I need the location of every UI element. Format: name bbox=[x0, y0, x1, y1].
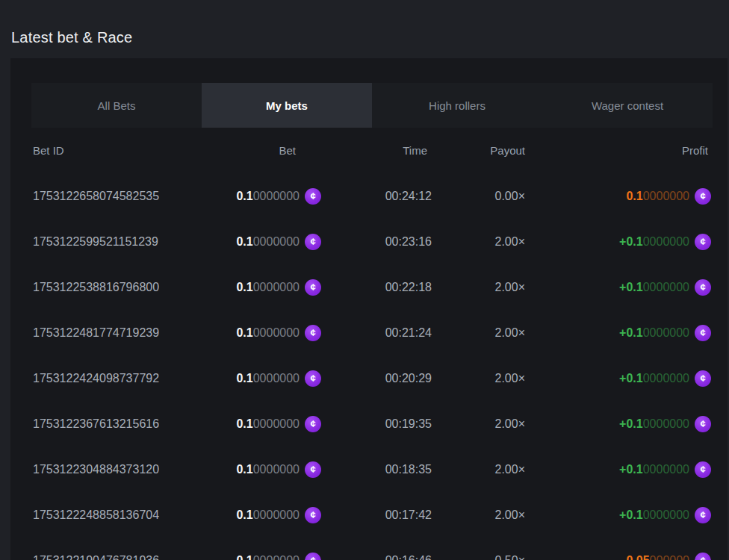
bet-amount-main: 0.1 bbox=[236, 281, 252, 294]
bet-id: 1753122599521151239 bbox=[31, 235, 223, 249]
bet-profit-main: +0.1 bbox=[619, 372, 643, 385]
bet-payout: 2.00× bbox=[439, 372, 533, 385]
bet-time: 00:18:35 bbox=[321, 463, 439, 476]
bet-profit-main: +0.1 bbox=[619, 281, 643, 294]
bet-payout: 2.00× bbox=[439, 281, 533, 294]
bet-profit: +0.10000000 ¢ bbox=[533, 325, 713, 341]
bet-profit-zeros: 0000000 bbox=[643, 372, 689, 385]
table-body: 1753122658074582535 0.10000000 ¢ 00:24:1… bbox=[31, 173, 713, 560]
coin-icon: ¢ bbox=[695, 279, 711, 296]
tab-all-bets[interactable]: All Bets bbox=[31, 83, 202, 128]
bet-payout: 0.00× bbox=[439, 190, 533, 203]
bet-profit-zeros: 0000000 bbox=[643, 190, 689, 203]
bet-time: 00:19:35 bbox=[321, 417, 439, 431]
bet-profit: 0.10000000 ¢ bbox=[533, 188, 713, 205]
coin-icon: ¢ bbox=[305, 279, 321, 296]
tab-high-rollers[interactable]: High rollers bbox=[372, 83, 542, 128]
coin-icon: ¢ bbox=[305, 553, 321, 560]
bet-amount-main: 0.1 bbox=[236, 235, 252, 249]
coin-icon: ¢ bbox=[695, 188, 711, 205]
coin-icon: ¢ bbox=[305, 370, 321, 387]
table-row: 1753122481774719239 0.10000000 ¢ 00:21:2… bbox=[31, 310, 713, 355]
coin-icon: ¢ bbox=[695, 325, 711, 341]
bet-amount: 0.10000000 ¢ bbox=[223, 553, 321, 560]
table-row: 1753122304884373120 0.10000000 ¢ 00:18:3… bbox=[31, 447, 713, 492]
bet-id: 1753122538816796800 bbox=[31, 281, 223, 294]
bet-payout: 2.00× bbox=[439, 326, 533, 340]
bet-payout: 2.00× bbox=[439, 463, 533, 476]
bet-profit: +0.10000000 ¢ bbox=[533, 416, 713, 432]
table-row: 1753122367613215616 0.10000000 ¢ 00:19:3… bbox=[31, 401, 713, 447]
bet-profit-zeros: 0000000 bbox=[643, 463, 689, 476]
bet-amount: 0.10000000 ¢ bbox=[223, 370, 321, 387]
page-title: Latest bet & Race bbox=[11, 29, 132, 46]
column-header-bet-id: Bet ID bbox=[31, 144, 223, 157]
bet-amount-zeros: 0000000 bbox=[253, 417, 300, 431]
bet-time: 00:22:18 bbox=[321, 281, 439, 294]
bet-id: 1753122304884373120 bbox=[31, 463, 223, 476]
bet-amount: 0.10000000 ¢ bbox=[223, 325, 321, 341]
coin-icon: ¢ bbox=[695, 416, 711, 432]
bet-payout: 0.50× bbox=[439, 554, 533, 560]
coin-icon: ¢ bbox=[305, 461, 321, 478]
bet-amount-zeros: 0000000 bbox=[253, 372, 300, 385]
bets-tabbar: All Bets My bets High rollers Wager cont… bbox=[31, 83, 713, 128]
bet-profit-main: 0.1 bbox=[626, 190, 642, 203]
bets-panel: All Bets My bets High rollers Wager cont… bbox=[10, 58, 728, 560]
bet-amount-main: 0.1 bbox=[236, 463, 252, 476]
bet-payout: 2.00× bbox=[439, 417, 533, 431]
bet-profit: +0.10000000 ¢ bbox=[533, 507, 713, 523]
bet-id: 1753122424098737792 bbox=[31, 372, 223, 385]
coin-icon: ¢ bbox=[305, 188, 321, 205]
table-row: 1753122599521151239 0.10000000 ¢ 00:23:1… bbox=[31, 219, 713, 264]
table-row: 1753122658074582535 0.10000000 ¢ 00:24:1… bbox=[31, 173, 713, 219]
bet-amount-zeros: 0000000 bbox=[253, 463, 300, 476]
table-row: 1753122190476781936 0.10000000 ¢ 00:16:4… bbox=[31, 538, 713, 560]
bet-time: 00:17:42 bbox=[321, 508, 439, 522]
bet-id: 1753122190476781936 bbox=[31, 554, 223, 560]
bet-time: 00:21:24 bbox=[321, 326, 439, 340]
column-header-payout: Payout bbox=[439, 144, 533, 157]
bet-amount-zeros: 0000000 bbox=[253, 554, 300, 560]
column-header-bet: Bet bbox=[223, 144, 321, 157]
bet-time: 00:16:46 bbox=[321, 554, 439, 560]
bet-time: 00:20:29 bbox=[321, 372, 439, 385]
page-header: Latest bet & Race bbox=[0, 0, 729, 58]
bet-profit-zeros: 0000000 bbox=[643, 508, 689, 522]
bet-profit-main: +0.1 bbox=[619, 463, 643, 476]
bet-profit-main: +0.1 bbox=[619, 235, 643, 249]
bet-amount-main: 0.1 bbox=[236, 508, 252, 522]
coin-icon: ¢ bbox=[695, 234, 711, 250]
bet-amount-main: 0.1 bbox=[236, 554, 252, 560]
bet-time: 00:23:16 bbox=[321, 235, 439, 249]
bet-id: 1753122481774719239 bbox=[31, 326, 223, 340]
bet-amount-main: 0.1 bbox=[236, 190, 252, 203]
table-header: Bet ID Bet Time Payout Profit bbox=[31, 128, 713, 173]
table-row: 1753122248858136704 0.10000000 ¢ 00:17:4… bbox=[31, 492, 713, 538]
bet-profit-main: +0.1 bbox=[619, 417, 643, 431]
coin-icon: ¢ bbox=[695, 507, 711, 523]
bet-amount-zeros: 0000000 bbox=[253, 281, 300, 294]
bet-id: 1753122658074582535 bbox=[31, 190, 223, 203]
coin-icon: ¢ bbox=[305, 325, 321, 341]
table-row: 1753122424098737792 0.10000000 ¢ 00:20:2… bbox=[31, 355, 713, 401]
bet-payout: 2.00× bbox=[439, 508, 533, 522]
bet-profit-zeros: 0000000 bbox=[643, 281, 689, 294]
coin-icon: ¢ bbox=[695, 461, 711, 478]
table-row: 1753122538816796800 0.10000000 ¢ 00:22:1… bbox=[31, 264, 713, 310]
bet-profit: +0.10000000 ¢ bbox=[533, 234, 713, 250]
bet-amount-zeros: 0000000 bbox=[253, 190, 300, 203]
bet-profit-main: 0.05 bbox=[626, 554, 649, 560]
bet-profit-zeros: 0000000 bbox=[643, 326, 689, 340]
bet-profit: +0.10000000 ¢ bbox=[533, 461, 713, 478]
bet-amount-zeros: 0000000 bbox=[253, 235, 300, 249]
bet-amount-zeros: 0000000 bbox=[253, 326, 300, 340]
bet-amount-main: 0.1 bbox=[236, 417, 252, 431]
bet-profit: 0.05000000 ¢ bbox=[533, 553, 713, 560]
tab-my-bets[interactable]: My bets bbox=[202, 83, 372, 128]
tab-wager-contest[interactable]: Wager contest bbox=[542, 83, 713, 128]
bet-profit-main: +0.1 bbox=[619, 326, 643, 340]
bet-amount-zeros: 0000000 bbox=[253, 508, 300, 522]
bet-time: 00:24:12 bbox=[321, 190, 439, 203]
column-header-profit: Profit bbox=[533, 144, 713, 157]
